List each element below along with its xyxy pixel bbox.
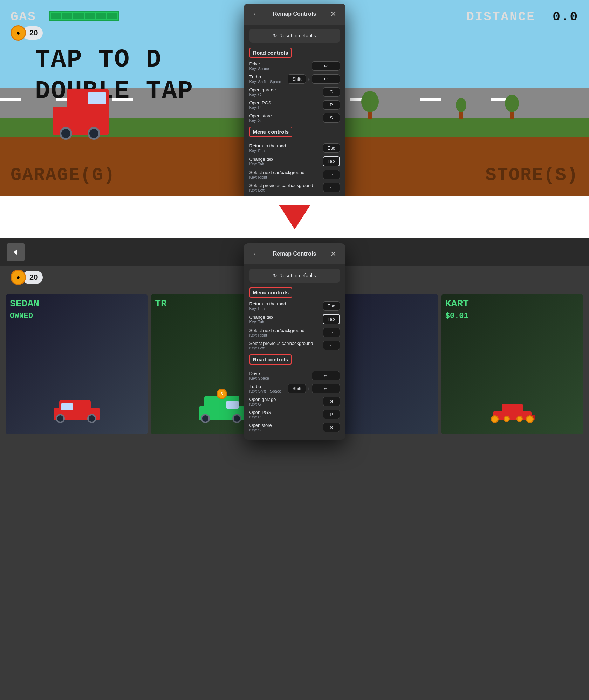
down-arrow-icon (279, 205, 310, 229)
control-info: Select previous car/background Key: Left (249, 341, 313, 350)
key-button-drive[interactable]: ↩ (312, 61, 340, 71)
key-button-tab[interactable]: Tab (323, 156, 340, 166)
modal-close-button-bottom[interactable]: ✕ (329, 249, 338, 259)
control-key-hint: Key: G (249, 402, 276, 406)
control-key-hint: Key: Left (249, 346, 313, 350)
control-name: Change tab (249, 314, 273, 320)
modal-body-bottom: ↻ Reset to defaults Menu controls Return… (244, 264, 345, 440)
remap-controls-modal-bottom: ← Remap Controls ✕ ↻ Reset to defaults M… (244, 243, 345, 440)
control-info-pgs: Open PGS Key: P (249, 100, 272, 110)
key-button-s-bottom[interactable]: S (323, 423, 340, 432)
control-name: Open PGS (249, 410, 272, 415)
control-key-hint: Key: S (249, 118, 272, 123)
road-controls-section-label-bottom: Road controls (249, 354, 292, 365)
modal-back-button[interactable]: ← (251, 9, 261, 19)
menu-controls-section-label-bottom: Menu controls (249, 287, 293, 298)
control-name: Return to the road (249, 143, 286, 148)
control-row-next: Select next car/background Key: Right → (249, 170, 340, 179)
reset-icon-bottom: ↻ (273, 273, 277, 278)
modal-close-button[interactable]: ✕ (329, 9, 338, 19)
plus-sign: + (307, 386, 310, 391)
key-button-g[interactable]: G (323, 87, 340, 97)
control-name: Drive (249, 61, 269, 67)
control-key-hint: Key: Shift + Space (249, 389, 281, 393)
control-name: Select next car/background (249, 328, 305, 333)
plus-sign: + (307, 76, 310, 82)
control-info: Open PGS Key: P (249, 410, 272, 419)
key-button-left[interactable]: ← (323, 183, 340, 192)
control-name: Open PGS (249, 100, 272, 105)
control-info: Return to the road Key: Esc (249, 301, 286, 311)
control-info-prev: Select previous car/background Key: Left (249, 183, 313, 192)
key-button-left-bottom[interactable]: ← (323, 341, 340, 350)
key-button-tab-bottom[interactable]: Tab (323, 314, 340, 324)
control-info-drive: Drive Key: Space (249, 61, 269, 71)
key-button-drive-bottom[interactable]: ↩ (312, 371, 340, 380)
control-row-turbo: Turbo Key: Shift + Space Shift + ↩ (249, 74, 340, 84)
key-button-s[interactable]: S (323, 113, 340, 123)
key-button-esc-bottom[interactable]: Esc (323, 301, 340, 311)
modal-title-bottom: Remap Controls (261, 251, 329, 257)
top-modal-overlay: ← Remap Controls ✕ ↻ Reset to defaults R… (0, 0, 589, 196)
key-combo-turbo-bottom: Shift + ↩ (288, 384, 340, 393)
control-info-store: Open store Key: S (249, 113, 272, 123)
control-row-garage: Open garage Key: G G (249, 87, 340, 97)
control-name: Drive (249, 371, 269, 376)
reset-icon: ↻ (273, 33, 277, 39)
control-name: Open garage (249, 397, 276, 402)
key-button-p-bottom[interactable]: P (323, 410, 340, 419)
control-name: Select next car/background (249, 170, 305, 175)
control-key-hint: Key: Shift + Space (249, 79, 281, 84)
control-name: Return to the road (249, 301, 286, 306)
control-row-drive-bottom: Drive Key: Space ↩ (249, 371, 340, 380)
control-info-change-tab: Change tab Key: Tab (249, 157, 273, 166)
control-row-next-bottom: Select next car/background Key: Right → (249, 328, 340, 337)
control-key-hint: Key: Esc (249, 148, 286, 153)
top-game-screen: GAS ● 20 DISTANCE 0.0 TAP TO D DOUBLE TA… (0, 0, 589, 196)
remap-controls-modal-top: ← Remap Controls ✕ ↻ Reset to defaults R… (244, 4, 345, 196)
key-button-g-bottom[interactable]: G (323, 397, 340, 406)
modal-title: Remap Controls (261, 11, 329, 17)
control-row-prev-bottom: Select previous car/background Key: Left… (249, 341, 340, 350)
control-key-hint: Key: S (249, 428, 272, 432)
key-button-shift[interactable]: Shift (288, 74, 306, 84)
modal-body: ↻ Reset to defaults Road controls Drive … (244, 25, 345, 196)
key-button-esc[interactable]: Esc (323, 143, 340, 153)
control-name: Select previous car/background (249, 341, 313, 346)
control-name: Turbo (249, 74, 281, 79)
key-combo-turbo: Shift + ↩ (288, 74, 340, 84)
bottom-game-screen: STORE ● 20 SEDAN OWNED TR (0, 238, 589, 700)
control-row-pgs-bottom: Open PGS Key: P P (249, 410, 340, 419)
control-info: Select next car/background Key: Right (249, 328, 305, 337)
control-info-next: Select next car/background Key: Right (249, 170, 305, 179)
key-button-space-bottom[interactable]: ↩ (312, 384, 340, 393)
control-key-hint: Key: Right (249, 175, 305, 179)
control-row-change-tab: Change tab Key: Tab Tab (249, 156, 340, 166)
control-key-hint: Key: P (249, 415, 272, 419)
control-info: Change tab Key: Tab (249, 314, 273, 324)
control-row-turbo-bottom: Turbo Key: Shift + Space Shift + ↩ (249, 384, 340, 393)
key-button-space[interactable]: ↩ (312, 74, 340, 84)
control-name: Open store (249, 113, 272, 118)
control-key-hint: Key: G (249, 92, 276, 97)
key-button-p[interactable]: P (323, 100, 340, 110)
road-controls-section-label: Road controls (249, 48, 292, 58)
control-row-store: Open store Key: S S (249, 113, 340, 123)
control-row-change-tab-bottom: Change tab Key: Tab Tab (249, 314, 340, 324)
control-info-turbo: Turbo Key: Shift + Space (249, 74, 281, 84)
key-button-shift-bottom[interactable]: Shift (288, 384, 306, 393)
control-name: Change tab (249, 157, 273, 162)
control-row-drive: Drive Key: Space ↩ (249, 61, 340, 71)
reset-defaults-button-bottom[interactable]: ↻ Reset to defaults (249, 269, 340, 283)
modal-header: ← Remap Controls ✕ (244, 4, 345, 25)
key-button-right-bottom[interactable]: → (323, 328, 340, 337)
control-info-garage: Open garage Key: G (249, 87, 276, 97)
control-info: Open store Key: S (249, 423, 272, 432)
modal-back-button-bottom[interactable]: ← (251, 249, 261, 259)
control-key-hint: Key: Esc (249, 306, 286, 311)
key-button-right[interactable]: → (323, 170, 340, 179)
control-info: Drive Key: Space (249, 371, 269, 380)
control-name: Open garage (249, 87, 276, 92)
control-row-return-bottom: Return to the road Key: Esc Esc (249, 301, 340, 311)
reset-defaults-button[interactable]: ↻ Reset to defaults (249, 29, 340, 43)
